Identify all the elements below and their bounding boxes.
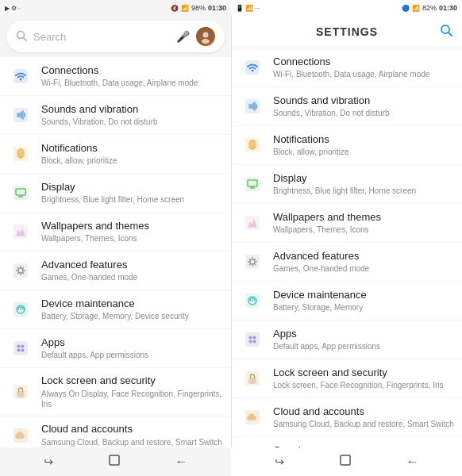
settings-item-text: Advanced featuresGames, One-handed mode [41, 259, 223, 283]
right-header: SETTINGS [232, 16, 462, 48]
right-notifications: 📱 📶 ··· [236, 5, 260, 12]
list-item[interactable]: AppsDefault apps, App permissions [0, 329, 231, 367]
settings-item-subtitle: Samsung Cloud, Backup and restore, Smart… [273, 419, 454, 429]
svg-rect-57 [110, 455, 119, 465]
list-item[interactable]: Lock screen and securityAlways On Displa… [0, 368, 231, 416]
device-icon [8, 297, 33, 322]
lock-icon [8, 379, 33, 405]
cloud-icon [8, 423, 33, 447]
settings-item-text: Cloud and accountsSamsung Cloud, Backup … [41, 423, 223, 447]
list-item[interactable]: GoogleGoogle settings [232, 437, 462, 447]
settings-item-text: Device maintenanceBattery, Storage, Memo… [41, 298, 223, 322]
svg-line-1 [24, 37, 27, 40]
settings-item-text: Sounds and vibrationSounds, Vibration, D… [41, 103, 223, 128]
settings-item-subtitle: Default apps, App permissions [41, 350, 223, 360]
settings-item-text: AppsDefault apps, App permissions [273, 328, 454, 352]
settings-item-subtitle: Lock screen, Face Recognition, Fingerpri… [273, 380, 454, 390]
svg-rect-42 [245, 216, 260, 230]
settings-item-subtitle: Brightness, Blue light filter, Home scre… [41, 194, 223, 205]
list-item[interactable]: DisplayBrightness, Blue light filter, Ho… [232, 165, 462, 203]
list-item[interactable]: Device maintenanceBattery, Storage, Memo… [232, 282, 462, 320]
settings-item-title: Advanced features [41, 259, 223, 272]
settings-item-subtitle: Battery, Storage, Memory [273, 302, 454, 313]
settings-item-subtitle: Games, One-handed mode [273, 263, 454, 274]
svg-point-22 [17, 345, 21, 348]
list-item[interactable]: Cloud and accountsSamsung Cloud, Backup … [232, 398, 462, 436]
search-icon [16, 30, 27, 44]
svg-point-50 [253, 336, 256, 340]
list-item[interactable]: Sounds and vibrationSounds, Vibration, D… [0, 96, 231, 134]
settings-item-title: Wallpapers and themes [273, 211, 454, 225]
left-signal: 🔇 [171, 5, 179, 12]
right-recents-button[interactable]: ↩ [275, 455, 284, 468]
right-bluetooth: 🔵 [402, 5, 410, 12]
right-signal: 📶 [412, 5, 420, 12]
list-item[interactable]: Advanced featuresGames, One-handed mode [0, 251, 231, 290]
left-notifications: ▶ ⚙ · [5, 5, 20, 12]
settings-item-subtitle: Sounds, Vibration, Do not disturb [41, 117, 223, 127]
gear-icon [8, 258, 33, 283]
back-button[interactable]: ← [175, 455, 188, 469]
panel-left: Search 🎤 ConnectionsWi-Fi, Bluetooth, Da… [0, 16, 231, 447]
settings-item-subtitle: Sounds, Vibration, Do not disturb [273, 108, 454, 118]
list-item[interactable]: Wallpapers and themesWallpapers, Themes,… [0, 213, 231, 251]
left-wifi: 📶 [181, 5, 189, 12]
status-bar-right: 📱 📶 ··· 🔵 📶 82% 01:30 [231, 0, 462, 16]
list-item[interactable]: DisplayBrightness, Blue light filter, Ho… [0, 174, 231, 212]
svg-rect-48 [245, 332, 260, 347]
mic-icon[interactable]: 🎤 [176, 30, 190, 43]
search-bar[interactable]: Search 🎤 [6, 21, 225, 52]
svg-rect-54 [249, 378, 256, 383]
bell-icon [240, 132, 265, 158]
home-button[interactable] [108, 454, 121, 470]
list-item[interactable]: ConnectionsWi-Fi, Bluetooth, Data usage,… [232, 48, 462, 86]
cloud-icon [240, 405, 265, 430]
search-placeholder: Search [33, 31, 170, 43]
list-item[interactable]: Lock screen and securityLock screen, Fac… [232, 359, 462, 397]
svg-point-20 [20, 309, 21, 310]
bottom-nav: ↩ ← ↩ ← [0, 447, 462, 476]
settings-item-text: Cloud and accountsSamsung Cloud, Backup … [273, 405, 454, 430]
settings-title: SETTINGS [316, 25, 378, 38]
svg-rect-58 [341, 455, 350, 465]
left-time: 01:30 [208, 4, 226, 12]
list-item[interactable]: Device maintenanceBattery, Storage, Memo… [0, 290, 231, 328]
list-item[interactable]: Sounds and vibrationSounds, Vibration, D… [232, 87, 462, 125]
settings-item-subtitle: Wi-Fi, Bluetooth, Data usage, Airplane m… [273, 69, 454, 79]
right-back-button[interactable]: ← [406, 455, 419, 469]
list-item[interactable]: AppsDefault apps, App permissions [232, 321, 462, 359]
theme-icon [8, 219, 33, 244]
settings-item-title: Sounds and vibration [273, 94, 454, 108]
list-item[interactable]: NotificationsBlock, allow, prioritize [0, 135, 231, 173]
main-content: Search 🎤 ConnectionsWi-Fi, Bluetooth, Da… [0, 16, 462, 447]
settings-item-subtitle: Battery, Storage, Memory, Device securit… [41, 311, 223, 321]
settings-item-text: DisplayBrightness, Blue light filter, Ho… [41, 181, 223, 205]
sound-icon [240, 94, 265, 119]
list-item[interactable]: ConnectionsWi-Fi, Bluetooth, Data usage,… [0, 57, 231, 95]
svg-point-3 [203, 33, 209, 38]
right-time: 01:30 [439, 4, 457, 12]
settings-item-title: Notifications [41, 142, 223, 155]
header-search-icon[interactable] [440, 24, 452, 40]
settings-item-title: Apps [41, 336, 223, 350]
settings-item-title: Lock screen and security [41, 374, 223, 388]
avatar[interactable] [196, 27, 215, 46]
settings-item-subtitle: Block, allow, prioritize [41, 155, 223, 166]
recents-button[interactable]: ↩ [44, 455, 53, 468]
settings-item-title: Connections [273, 56, 454, 69]
settings-item-text: Lock screen and securityLock screen, Fac… [273, 367, 454, 391]
svg-rect-15 [13, 225, 28, 239]
svg-rect-16 [13, 263, 28, 278]
wifi-icon [8, 63, 33, 89]
list-item[interactable]: Cloud and accountsSamsung Cloud, Backup … [0, 416, 231, 447]
settings-list-left: ConnectionsWi-Fi, Bluetooth, Data usage,… [0, 57, 231, 447]
apps-icon [240, 327, 265, 352]
list-item[interactable]: Wallpapers and themesWallpapers, Themes,… [232, 204, 462, 242]
settings-item-title: Display [273, 172, 454, 186]
list-item[interactable]: NotificationsBlock, allow, prioritize [232, 126, 462, 164]
settings-item-subtitle: Wallpapers, Themes, Icons [273, 225, 454, 235]
device-icon [240, 288, 265, 313]
list-item[interactable]: Advanced featuresGames, One-handed mode [232, 243, 462, 281]
right-home-button[interactable] [339, 454, 352, 470]
settings-item-title: Connections [41, 64, 223, 78]
